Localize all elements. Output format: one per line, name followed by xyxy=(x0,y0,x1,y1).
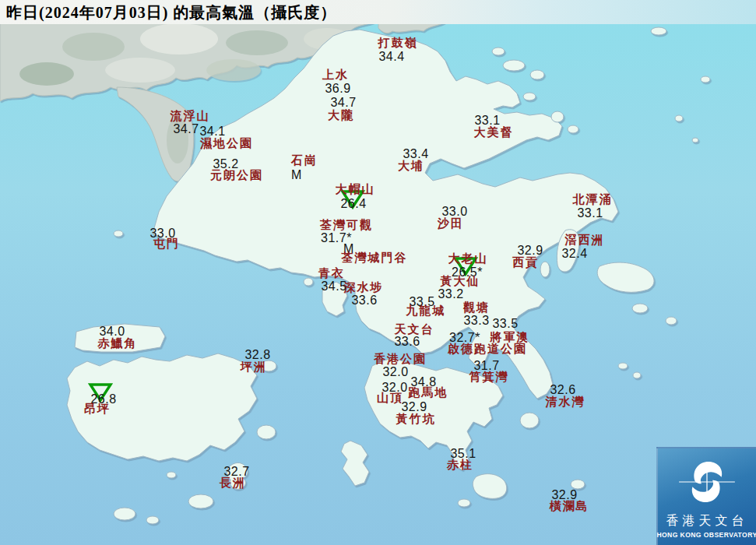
ninepin-island xyxy=(618,363,628,369)
ping-chau-island xyxy=(651,27,666,35)
station-name: 大埔 xyxy=(398,160,424,173)
hko-logo-english-name: HONG KONG OBSERVATORY xyxy=(656,531,756,539)
station-name: 赤鱲角 xyxy=(98,338,138,350)
hong-kong-basemap xyxy=(0,0,756,545)
hei-ling-chau-island xyxy=(257,425,276,439)
small-island xyxy=(666,317,677,325)
station-name: 大帽山 xyxy=(336,184,375,196)
soko-island-2 xyxy=(146,516,159,524)
station-name: 深水埗 xyxy=(344,282,384,294)
shek-kwu-chau-island xyxy=(188,494,213,508)
double-haven-island xyxy=(530,70,544,79)
station-name: 昂坪 xyxy=(84,403,111,416)
town-island xyxy=(632,304,648,313)
double-haven-island-2 xyxy=(523,93,536,100)
hko-s-logo-icon xyxy=(677,452,737,512)
station-name: 橫瀾島 xyxy=(550,501,589,513)
po-toi-islet-2 xyxy=(458,499,470,507)
station-name: 清水灣 xyxy=(546,396,585,409)
station-value: 33.3 xyxy=(463,315,489,328)
station-name: 黃大仙 xyxy=(441,276,480,288)
station-value: 33.5 xyxy=(492,318,518,331)
station-value: M xyxy=(291,169,302,182)
south-lantau-islet xyxy=(167,472,176,478)
station-value: 32.0 xyxy=(382,366,408,379)
station-value: 34.7 xyxy=(330,97,356,110)
tung-lung-island xyxy=(520,413,539,428)
station-name: 濕地公園 xyxy=(200,138,253,150)
new-territories-kowloon xyxy=(153,30,618,399)
station-name: 長洲 xyxy=(220,477,246,490)
station-name: 元朗公園 xyxy=(210,170,263,182)
station-value: 34.4 xyxy=(378,51,404,64)
station-value: 26.4 xyxy=(340,198,366,211)
station-name: 滘西洲 xyxy=(565,234,605,247)
station-value: 33.2 xyxy=(438,288,463,301)
station-value: 32.4 xyxy=(561,248,587,261)
station-name: 青衣 xyxy=(318,268,345,280)
station-name: 赤柱 xyxy=(447,459,473,472)
lung-kwu-chau-island xyxy=(114,230,123,237)
station-value: 33.6 xyxy=(394,336,420,349)
station-value: 33.1 xyxy=(577,207,603,220)
ma-wan-island xyxy=(304,278,313,286)
station-value: 34.7 xyxy=(173,123,199,136)
station-name: 天文台 xyxy=(395,324,434,336)
mirs-bay-islet xyxy=(701,76,710,83)
lamma-island xyxy=(341,441,369,486)
station-name: 跑馬地 xyxy=(409,387,448,399)
station-name: 上水 xyxy=(322,69,349,82)
station-name: 山頂 xyxy=(377,392,403,405)
map-title: 昨日(2024年07月03日) 的最高氣溫（攝氏度） xyxy=(6,2,336,23)
hko-logo: 香港天文台 HONG KONG OBSERVATORY xyxy=(656,447,756,545)
station-name: 九龍城 xyxy=(406,305,446,318)
station-name: 觀塘 xyxy=(463,302,490,315)
title-bar: 昨日(2024年07月03日) 的最高氣溫（攝氏度） xyxy=(0,0,756,24)
small-island-ne xyxy=(492,47,505,55)
station-name: 大美督 xyxy=(474,127,514,139)
sharp-island xyxy=(540,262,550,277)
station-name: 黃竹坑 xyxy=(396,413,436,426)
high-island xyxy=(597,262,654,292)
station-value: 33.6 xyxy=(351,294,377,308)
po-toi-island xyxy=(473,474,507,499)
station-value: 36.9 xyxy=(325,83,350,96)
station-name: 筲箕灣 xyxy=(469,371,509,384)
tap-mun-island xyxy=(551,111,564,122)
station-name: 荃灣可觀 xyxy=(320,220,373,232)
station-name: 大老山 xyxy=(448,253,488,265)
station-name: 打鼓嶺 xyxy=(378,37,418,50)
grass-island xyxy=(568,125,578,133)
station-name: 屯門 xyxy=(153,238,180,251)
crooked-island xyxy=(503,60,525,71)
hko-max-temperature-map: 34.4打鼓嶺36.9上水34.7大隴34.7流浮山34.1濕地公園35.2元朗… xyxy=(0,0,756,545)
ninepin-island-2 xyxy=(633,372,641,378)
station-name: 石崗 xyxy=(291,155,318,167)
hko-logo-chinese-name: 香港天文台 xyxy=(666,513,748,529)
station-name: 沙田 xyxy=(438,218,464,230)
station-name: 北潭涌 xyxy=(573,194,613,206)
station-name: 西貢 xyxy=(512,257,539,269)
station-name: 大隴 xyxy=(328,110,354,122)
mirs-bay-islet-2 xyxy=(675,115,683,121)
station-name: 流浮山 xyxy=(171,111,210,123)
station-name: 荃灣城門谷 xyxy=(342,252,408,265)
station-name: 啟德跑道公園 xyxy=(448,343,527,356)
station-name: 香港公園 xyxy=(374,353,427,366)
station-name: 坪洲 xyxy=(241,361,267,374)
mirs-bay-islet-3 xyxy=(692,138,698,142)
soko-island xyxy=(114,508,135,520)
